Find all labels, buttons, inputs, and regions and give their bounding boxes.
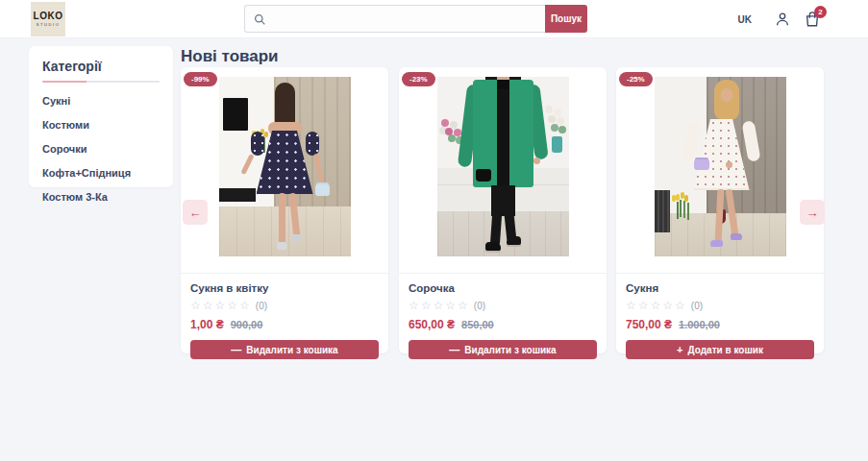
logo[interactable]: LOKO STUDIO bbox=[31, 2, 65, 36]
add-to-cart-button[interactable]: + Додати в кошик bbox=[626, 340, 814, 359]
header: LOKO STUDIO Пошук UK bbox=[0, 0, 868, 38]
sidebar-item-suit-3[interactable]: Костюм 3-Ка bbox=[42, 191, 160, 203]
discount-badge: -23% bbox=[402, 72, 435, 86]
search-button[interactable]: Пошук bbox=[545, 5, 587, 33]
sidebar-item-sweater-skirt[interactable]: Кофта+Спідниця bbox=[42, 167, 160, 179]
star-icon: ☆ bbox=[190, 300, 201, 311]
star-icon: ☆ bbox=[215, 300, 226, 311]
product-old-price: 1.000,00 bbox=[679, 319, 720, 330]
rating-row: ☆ ☆ ☆ ☆ ☆ (0) bbox=[190, 300, 379, 311]
rating-count: (0) bbox=[691, 301, 703, 311]
product-card: -23% Сорочка ☆ ☆ ☆ ☆ ☆ (0) 650,00 ₴ 850,… bbox=[399, 67, 607, 353]
search-box bbox=[244, 5, 545, 33]
sidebar-item-shirts[interactable]: Сорочки bbox=[42, 143, 160, 155]
language-selector[interactable]: UK bbox=[738, 14, 761, 25]
discount-badge: -99% bbox=[184, 72, 217, 86]
star-icon: ☆ bbox=[638, 300, 649, 311]
categories-sidebar: Категорії Сукні Костюми Сорочки Кофта+Сп… bbox=[29, 46, 173, 187]
logo-subtitle: STUDIO bbox=[37, 22, 61, 27]
arrow-right-icon: → bbox=[806, 206, 819, 220]
remove-from-cart-button[interactable]: — Видалити з кошика bbox=[190, 340, 379, 359]
cart-button-label: Видалити з кошика bbox=[464, 345, 556, 355]
carousel-next-button[interactable]: → bbox=[800, 200, 825, 225]
star-icon: ☆ bbox=[239, 300, 250, 311]
star-icon: ☆ bbox=[227, 300, 237, 311]
product-price: 1,00 ₴ bbox=[190, 318, 224, 331]
page-title: Нові товари bbox=[181, 47, 279, 66]
rating-row: ☆ ☆ ☆ ☆ ☆ (0) bbox=[626, 300, 814, 311]
cart-button-label: Видалити з кошика bbox=[246, 345, 337, 355]
rating-row: ☆ ☆ ☆ ☆ ☆ (0) bbox=[409, 300, 597, 311]
product-old-price: 850,00 bbox=[461, 319, 494, 330]
minus-icon: — bbox=[231, 344, 241, 355]
remove-from-cart-button[interactable]: — Видалити з кошика bbox=[409, 340, 597, 359]
star-icon: ☆ bbox=[203, 300, 213, 311]
star-icon: ☆ bbox=[662, 300, 673, 311]
star-icon: ☆ bbox=[434, 300, 444, 311]
search-bar: Пошук bbox=[244, 5, 587, 33]
star-icon: ☆ bbox=[651, 300, 661, 311]
minus-icon: — bbox=[449, 344, 459, 355]
product-price: 750,00 ₴ bbox=[626, 318, 672, 331]
rating-count: (0) bbox=[474, 301, 485, 311]
product-photo-white-dress bbox=[655, 77, 786, 256]
header-actions: UK 2 bbox=[738, 0, 821, 38]
arrow-left-icon: ← bbox=[189, 206, 202, 220]
sidebar-item-dresses[interactable]: Сукні bbox=[42, 95, 160, 107]
product-photo-green-shirt bbox=[437, 77, 569, 256]
logo-title: LOKO bbox=[34, 12, 63, 21]
product-photo-dress-polkadot bbox=[219, 77, 351, 256]
carousel-prev-button[interactable]: ← bbox=[183, 200, 208, 225]
star-icon: ☆ bbox=[626, 300, 636, 311]
search-input[interactable] bbox=[245, 6, 545, 32]
cart-button-label: Додати в кошик bbox=[688, 345, 763, 355]
product-title[interactable]: Сорочка bbox=[409, 282, 597, 294]
sidebar-divider bbox=[42, 81, 160, 83]
star-icon: ☆ bbox=[409, 300, 419, 311]
product-old-price: 900,00 bbox=[231, 319, 263, 330]
product-title[interactable]: Сукня в квітку bbox=[190, 282, 379, 294]
star-icon: ☆ bbox=[421, 300, 432, 311]
sidebar-item-suits[interactable]: Костюми bbox=[42, 119, 160, 131]
product-card: -99% Сукня в квітку ☆ ☆ ☆ ☆ ☆ (0) 1,00 ₴… bbox=[181, 67, 388, 353]
plus-icon: + bbox=[677, 344, 682, 355]
language-label: UK bbox=[738, 14, 752, 25]
sidebar-title: Категорії bbox=[42, 59, 160, 74]
product-image[interactable] bbox=[399, 67, 607, 274]
star-icon: ☆ bbox=[675, 300, 685, 311]
discount-badge: -25% bbox=[619, 72, 653, 86]
product-price: 650,00 ₴ bbox=[409, 318, 455, 331]
star-icon: ☆ bbox=[458, 300, 468, 311]
cart-button[interactable]: 2 bbox=[804, 11, 821, 28]
account-button[interactable] bbox=[774, 11, 791, 28]
product-image[interactable] bbox=[181, 67, 388, 274]
search-icon bbox=[254, 12, 266, 25]
product-image[interactable] bbox=[616, 67, 824, 274]
cart-count-badge: 2 bbox=[814, 6, 827, 18]
rating-count: (0) bbox=[256, 301, 267, 311]
product-title[interactable]: Сукня bbox=[626, 282, 814, 294]
star-icon: ☆ bbox=[445, 300, 456, 311]
product-card: -25% Сукня ☆ ☆ ☆ ☆ ☆ (0) 750,00 ₴ 1.000,… bbox=[616, 67, 824, 353]
